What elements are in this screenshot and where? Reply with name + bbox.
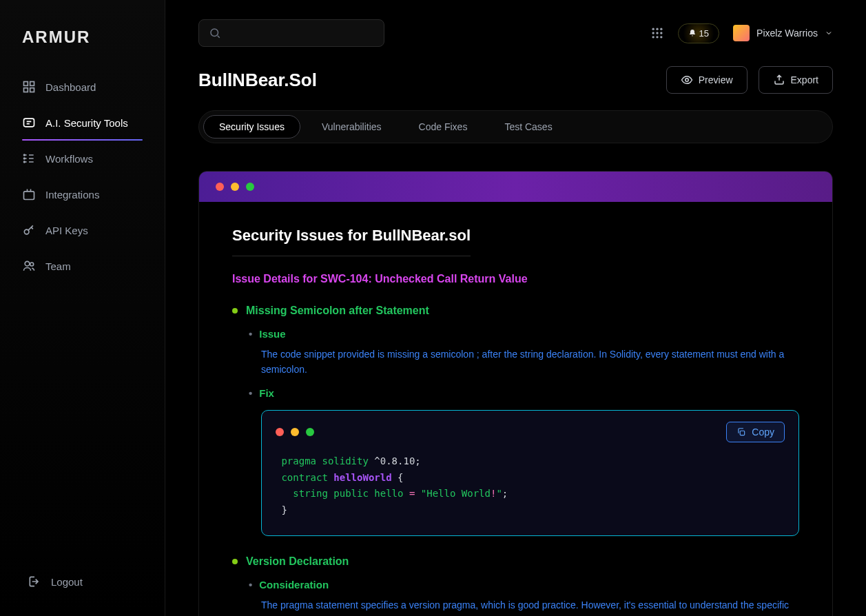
topic-title-text: Version Declaration [246, 555, 349, 568]
panel-body: Security Issues for BullNBear.sol Issue … [199, 202, 832, 616]
svg-point-15 [652, 32, 654, 34]
sidebar-item-label: Workflows [45, 153, 93, 165]
sub-label: Fix [249, 387, 799, 399]
svg-rect-1 [30, 82, 34, 86]
traffic-yellow-icon [231, 183, 239, 191]
traffic-red-icon [216, 183, 224, 191]
topic-title-text: Missing Semicolon after Statement [246, 305, 429, 317]
svg-point-10 [30, 263, 34, 266]
svg-point-6 [24, 158, 25, 159]
copy-icon [736, 427, 746, 437]
copy-button[interactable]: Copy [726, 422, 785, 442]
svg-point-21 [685, 79, 688, 82]
sub-fix: Fix Copy [249, 387, 799, 536]
traffic-lights [276, 428, 314, 436]
tab-vulnerabilities[interactable]: Vulnerabilities [306, 115, 398, 138]
svg-point-17 [660, 32, 662, 34]
traffic-red-icon [276, 428, 284, 436]
sidebar-item-label: Dashboard [45, 81, 96, 93]
apps-grid-icon[interactable] [650, 26, 664, 40]
sidebar: ARMUR Dashboard A.I. Security Tools Work… [0, 0, 165, 616]
traffic-yellow-icon [291, 428, 299, 436]
tab-code-fixes[interactable]: Code Fixes [403, 115, 484, 138]
svg-rect-2 [24, 88, 28, 92]
svg-rect-3 [30, 88, 34, 92]
svg-point-19 [656, 36, 658, 38]
key-icon [22, 223, 36, 237]
topic-title: Missing Semicolon after Statement [232, 305, 799, 317]
notification-count: 15 [699, 28, 709, 39]
sidebar-item-security-tools[interactable]: A.I. Security Tools [0, 105, 165, 141]
workflows-icon [22, 152, 36, 165]
svg-rect-0 [24, 82, 28, 86]
user-name: Pixelz Warrios [756, 28, 818, 39]
sidebar-item-label: A.I. Security Tools [45, 117, 128, 129]
svg-rect-4 [24, 119, 34, 127]
page-title: BullNBear.Sol [198, 70, 317, 91]
bullet-icon [232, 308, 238, 314]
sub-label: Consideration [249, 579, 799, 591]
bell-icon [688, 29, 697, 37]
user-menu[interactable]: Pixelz Warrios [733, 25, 833, 41]
copy-label: Copy [752, 427, 774, 438]
svg-point-20 [660, 36, 662, 38]
sidebar-item-integrations[interactable]: Integrations [0, 176, 165, 212]
svg-point-7 [24, 161, 25, 163]
svg-point-14 [660, 28, 662, 30]
tab-security-issues[interactable]: Security Issues [203, 115, 300, 138]
search-input[interactable] [198, 19, 384, 47]
tab-test-cases[interactable]: Test Cases [488, 115, 568, 138]
export-label: Export [791, 74, 818, 85]
sub-label: Issue [249, 328, 799, 340]
sub-text: The code snippet provided is missing a s… [261, 347, 799, 378]
topic-title: Version Declaration [232, 555, 799, 568]
code-block: pragma solidity ^0.8.10; contract helloW… [276, 453, 785, 519]
team-icon [22, 259, 36, 273]
bullet-icon [232, 559, 238, 564]
traffic-lights [216, 183, 816, 191]
results-panel: Security Issues for BullNBear.sol Issue … [198, 171, 833, 616]
code-card-head: Copy [276, 422, 785, 442]
svg-point-5 [24, 154, 25, 156]
main-content: 15 Pixelz Warrios BullNBear.Sol Preview … [165, 0, 866, 616]
avatar [733, 25, 750, 41]
notification-badge[interactable]: 15 [678, 23, 719, 43]
sub-issue: Issue The code snippet provided is missi… [249, 328, 799, 378]
svg-rect-22 [741, 431, 745, 435]
svg-point-11 [211, 29, 218, 37]
panel-header [199, 172, 832, 202]
traffic-green-icon [306, 428, 314, 436]
preview-button[interactable]: Preview [666, 66, 748, 94]
svg-point-13 [656, 28, 658, 30]
header-actions: Preview Export [666, 66, 833, 94]
sub-text: The pragma statement specifies a version… [261, 597, 799, 616]
svg-point-12 [652, 28, 654, 30]
sidebar-item-team[interactable]: Team [0, 248, 165, 284]
page-header: BullNBear.Sol Preview Export [198, 66, 833, 94]
preview-label: Preview [699, 74, 733, 85]
svg-point-9 [25, 261, 30, 266]
section-title: Security Issues for BullNBear.sol [232, 227, 471, 256]
sidebar-item-label: Integrations [45, 189, 99, 201]
security-tools-icon [22, 116, 36, 130]
sidebar-item-workflows[interactable]: Workflows [0, 141, 165, 176]
eye-icon [681, 74, 693, 86]
export-icon [773, 74, 785, 86]
sidebar-item-api-keys[interactable]: API Keys [0, 212, 165, 248]
dashboard-icon [22, 80, 36, 94]
logout-button[interactable]: Logout [0, 564, 165, 599]
tabs: Security Issues Vulnerabilities Code Fix… [198, 110, 833, 143]
brand-logo: ARMUR [0, 17, 165, 69]
sub-consideration: Consideration The pragma statement speci… [249, 579, 799, 616]
topbar: 15 Pixelz Warrios [198, 19, 833, 47]
topic-block: Missing Semicolon after Statement Issue … [232, 305, 799, 536]
code-card: Copy pragma solidity ^0.8.10; contract h… [261, 410, 799, 536]
topic-block: Version Declaration Consideration The pr… [232, 555, 799, 616]
logout-label: Logout [51, 576, 83, 588]
export-button[interactable]: Export [759, 66, 833, 94]
svg-point-18 [652, 36, 654, 38]
integrations-icon [22, 187, 36, 201]
sidebar-item-dashboard[interactable]: Dashboard [0, 69, 165, 105]
search-icon [209, 27, 221, 39]
nav: Dashboard A.I. Security Tools Workflows … [0, 69, 165, 564]
